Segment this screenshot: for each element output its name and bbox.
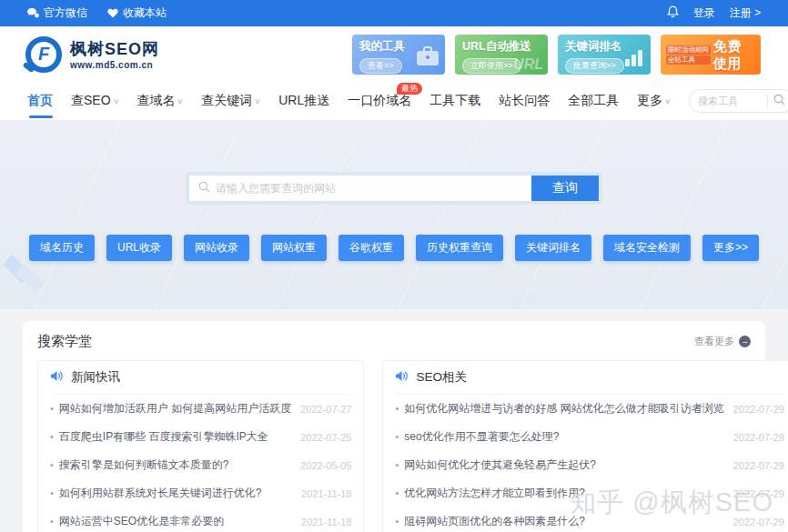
chevron-down-icon: ∨: [177, 97, 184, 105]
site-url: www.md5.com.cn: [70, 60, 159, 70]
logo-magnifier-icon: F: [25, 36, 62, 73]
site-name: 枫树SEO网: [70, 38, 159, 60]
list-item: 如何优化网站增进与访者的好感 网站优化怎么做才能吸引访者浏览2022-07-29: [395, 395, 783, 423]
briefcase-icon: [416, 46, 439, 70]
promo-title: 免费使用: [713, 38, 755, 73]
promo-title: URL自动推送: [462, 39, 540, 55]
list-item: 如何利用站群系统对长尾关键词进行优化?2021-11-18: [50, 479, 351, 507]
heart-icon: [107, 8, 118, 18]
chevron-down-icon: ∨: [254, 97, 261, 105]
nav-check-domain[interactable]: 查域名∨: [136, 93, 183, 109]
tag-site-weight[interactable]: 网站权重: [261, 235, 327, 261]
quick-tool-tags: 域名历史 URL收录 网站收录 网站权重 谷歌权重 历史权重查询 关键词排名 域…: [29, 235, 759, 261]
list-item: 搜索引擎是如何判断锚文本质量的?2022-05-05: [50, 451, 351, 479]
tag-keyword-rank[interactable]: 关键词排名: [515, 235, 591, 261]
divider: [767, 95, 768, 107]
tag-domain-security[interactable]: 域名安全检测: [603, 235, 691, 261]
list-item: 百度爬虫IP有哪些 百度搜索引擎蜘蛛IP大全2022-07-25: [50, 423, 351, 451]
list-item: 优化网站方法怎样才能立即看到作用?2022-07-29: [395, 479, 783, 507]
nav-url-push[interactable]: URL推送: [278, 93, 329, 109]
tag-site-index[interactable]: 网站收录: [184, 235, 249, 261]
seo-column: SEO相关 如何优化网站增进与访者的好感 网站优化怎么做才能吸引访者浏览2022…: [382, 360, 788, 532]
nav-all-tools[interactable]: 全部工具: [568, 93, 619, 109]
query-button[interactable]: 查询: [531, 176, 599, 201]
topbar: 官方微信 收藏本站 登录 注册 >: [0, 0, 788, 26]
column-title: 新闻快讯: [71, 369, 120, 386]
chevron-down-icon: ∨: [112, 97, 119, 105]
column-title: SEO相关: [416, 369, 467, 386]
list-item: 网站运营中SEO优化是非常必要的2021-11-18: [50, 507, 351, 532]
promo-action-button[interactable]: 查看>>: [359, 58, 402, 74]
promo-cards: 我的工具 查看>> URL自动推送 立即使用>> URL 关键词排名 批量查询>…: [352, 35, 761, 75]
nav-check-seo[interactable]: 查SEO∨: [71, 93, 118, 109]
wechat-icon: [27, 8, 39, 18]
header: F 枫树SEO网 www.md5.com.cn 我的工具 查看>> URL自动推…: [0, 26, 788, 82]
nav-check-keyword[interactable]: 查关键词∨: [201, 93, 260, 109]
search-icon: [198, 180, 210, 196]
tool-search-input[interactable]: [698, 95, 762, 106]
bar-chart-icon: [623, 48, 645, 70]
site-query-input[interactable]: [216, 182, 522, 195]
search-school-card: 搜索学堂 查看更多 → 新闻快讯 网站如何增加活跃用户 如何提高网站用户活跃度2…: [23, 321, 765, 532]
nav-home[interactable]: 首页: [27, 93, 53, 109]
wechat-label: 官方微信: [44, 5, 87, 21]
tag-url-index[interactable]: URL收录: [106, 235, 172, 261]
chevron-down-icon: ∨: [664, 97, 672, 105]
promo-action-button[interactable]: 批量查询>>: [565, 58, 624, 74]
nav-tool-download[interactable]: 工具下载: [429, 93, 480, 109]
bell-icon[interactable]: [667, 5, 679, 21]
url-icon: URL: [513, 56, 543, 73]
tag-more[interactable]: 更多>>: [702, 235, 759, 261]
nav-more[interactable]: 更多∨: [637, 93, 671, 109]
tag-history-weight[interactable]: 历史权重查询: [416, 235, 503, 261]
promo-taglines: 限时活动期间 全站工具: [666, 45, 711, 65]
promo-card-my-tools[interactable]: 我的工具 查看>>: [352, 35, 445, 75]
list-item: 网站如何优化才使其避免轻易产生起伏?2022-07-29: [395, 451, 783, 479]
register-link[interactable]: 注册 >: [730, 5, 761, 21]
promo-card-keyword-rank[interactable]: 关键词排名 批量查询>>: [558, 35, 651, 75]
site-query-bar: 查询: [186, 172, 602, 205]
hero-section: 查询 域名历史 URL收录 网站收录 网站权重 谷歌权重 历史权重查询 关键词排…: [0, 121, 788, 309]
nav-fixed-price-domain[interactable]: 一口价域名最热: [348, 93, 411, 109]
speaker-icon: [395, 370, 409, 385]
favorite-label: 收藏本站: [123, 5, 167, 21]
list-item: seo优化作用不显著要怎么处理?2022-07-29: [395, 423, 783, 451]
promo-card-free-use[interactable]: 限时活动期间 全站工具 免费使用 点击查看>>: [661, 35, 761, 75]
tag-domain-history[interactable]: 域名历史: [29, 235, 95, 261]
list-item: 阻碍网站页面优化的各种因素是什么?2022-07-29: [395, 507, 783, 532]
view-more-link[interactable]: 查看更多 →: [694, 335, 751, 348]
speaker-icon: [50, 370, 64, 385]
hot-badge: 最热: [397, 83, 422, 95]
nav-webmaster-qa[interactable]: 站长问答: [499, 93, 550, 109]
login-link[interactable]: 登录: [693, 5, 715, 21]
tool-search-box: [689, 89, 788, 113]
promo-card-url-push[interactable]: URL自动推送 立即使用>> URL: [455, 35, 548, 75]
official-wechat-link[interactable]: 官方微信: [27, 5, 87, 21]
favorite-site-link[interactable]: 收藏本站: [107, 5, 167, 21]
news-column: 新闻快讯 网站如何增加活跃用户 如何提高网站用户活跃度2022-07-27 百度…: [37, 360, 364, 532]
tag-google-weight[interactable]: 谷歌权重: [338, 235, 404, 261]
promo-action-button[interactable]: 立即使用>>: [462, 58, 521, 74]
section-title: 搜索学堂: [37, 333, 92, 350]
main-nav: 首页 查SEO∨ 查域名∨ 查关键词∨ URL推送 一口价域名最热 工具下载 站…: [0, 82, 788, 121]
arrow-right-icon: →: [739, 336, 751, 347]
list-item: 网站如何增加活跃用户 如何提高网站用户活跃度2022-07-27: [50, 395, 351, 423]
logo[interactable]: F 枫树SEO网 www.md5.com.cn: [25, 36, 159, 73]
search-icon[interactable]: [773, 94, 785, 108]
content-section: 搜索学堂 查看更多 → 新闻快讯 网站如何增加活跃用户 如何提高网站用户活跃度2…: [0, 309, 788, 532]
